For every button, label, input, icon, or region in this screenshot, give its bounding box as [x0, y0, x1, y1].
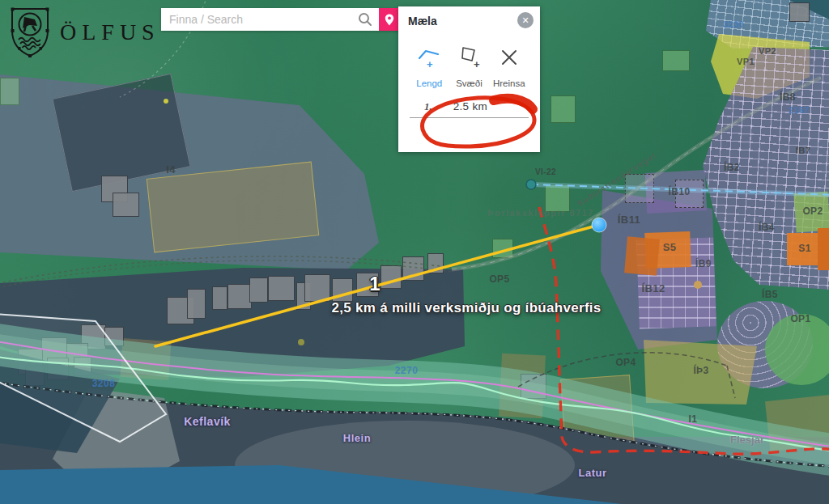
map-label--orl-ksklappir-8717: Þorláksklappir 8717: [487, 209, 594, 218]
olive-dot: [298, 339, 304, 345]
railway-dotted: [0, 256, 453, 285]
map-label--b2: ÍB2: [724, 163, 740, 172]
map-label-2167: 2167: [789, 106, 810, 115]
zone-square: [551, 95, 576, 123]
map-label-vi-22: VI-22: [535, 168, 556, 176]
zone-olive-a: [499, 354, 546, 419]
map-label-3230: 3230: [723, 20, 744, 29]
zone-s5-orange-2: [624, 236, 660, 275]
ocean: [0, 384, 829, 504]
zone-dark-parcel: [52, 74, 190, 193]
map-pin-icon: [385, 14, 394, 26]
brand-name: ÖLFUS: [60, 19, 160, 45]
building: [47, 358, 69, 380]
building: [332, 278, 353, 302]
magenta-line: [0, 341, 829, 447]
mint-line: [0, 356, 829, 451]
map-label--b4: ÍB4: [759, 222, 775, 232]
map-label--b7: ÍB7: [796, 146, 810, 155]
map-label-i4: I4: [166, 164, 176, 175]
building: [227, 284, 252, 309]
tool-clear[interactable]: Hreinsa: [490, 44, 529, 88]
map-label-op4: OP4: [615, 358, 636, 367]
building: [187, 289, 206, 319]
search-bar: [161, 8, 399, 31]
vi22-dot: [526, 180, 536, 189]
building: [66, 343, 88, 366]
zone-olive-c: [765, 395, 829, 451]
tool-area[interactable]: + Svæði: [449, 44, 489, 88]
building: [81, 324, 106, 349]
locate-pin-button[interactable]: [379, 8, 399, 31]
tan-dot: [694, 281, 702, 289]
coast-edge-dark: [0, 382, 829, 467]
building: [18, 349, 43, 375]
zone-square: [545, 184, 570, 212]
building: [296, 282, 311, 310]
clear-tool-icon: [497, 44, 521, 69]
building: [25, 366, 45, 386]
boundary-dashed: [518, 353, 735, 398]
building: [167, 297, 194, 324]
measure-tools: + Lengd + Svæði Hreinsa: [398, 33, 540, 88]
measure-panel: Mæla ✕ + Lengd + Svæði: [398, 6, 540, 152]
building: [41, 337, 67, 364]
building: [789, 2, 810, 22]
map-label-op5: OP5: [489, 274, 509, 284]
building: [74, 357, 91, 376]
map-label--b8: ÍB8: [780, 92, 796, 102]
search-icon[interactable]: [358, 12, 372, 27]
building: [249, 277, 268, 303]
zone-ib10: [645, 170, 708, 214]
map-label-hlein: Hlein: [343, 433, 371, 443]
building: [113, 193, 139, 217]
building: [427, 253, 444, 273]
measure-panel-title: Mæla: [408, 15, 437, 28]
tool-length[interactable]: + Lengd: [410, 44, 449, 88]
zone-square: [662, 50, 690, 71]
ocean-light-patch: [53, 388, 180, 504]
map-label-op1: OP1: [790, 314, 810, 324]
ocean-haze: [235, 421, 575, 504]
coast-edge-white: [0, 382, 829, 467]
svg-text:+: +: [427, 58, 433, 69]
map-label--b5: ÍB5: [762, 290, 778, 299]
tool-clear-label: Hreinsa: [490, 78, 529, 88]
zone-tan-parcel: [120, 338, 171, 380]
zone-op2: [793, 192, 829, 233]
building: [380, 265, 402, 289]
measurement-caption: 2,5 km á milli verksmiðju og íbúahverfis: [331, 300, 601, 316]
ocean-blue-wedge: [0, 465, 829, 504]
map-label--3: ÍÞ3: [693, 366, 708, 375]
search-input[interactable]: [161, 8, 379, 31]
red-dashed-boundary: [539, 207, 829, 454]
shore-band: [0, 344, 829, 455]
map-label-s1: S1: [798, 244, 810, 253]
map-label-vp1: VP1: [737, 57, 755, 66]
area-tool-icon: +: [457, 44, 482, 69]
building: [402, 256, 424, 281]
map-label--b10: ÍB10: [669, 187, 691, 197]
map-label--b11: ÍB11: [618, 214, 640, 225]
building: [521, 374, 546, 399]
map-label-keflav-k: Keflavík: [184, 416, 231, 427]
map-label-2270: 2270: [395, 366, 419, 375]
zone-green-square-edge: [0, 78, 19, 105]
close-icon[interactable]: ✕: [517, 12, 534, 28]
map-label--b9: ÍB9: [695, 259, 712, 269]
zone-square: [492, 239, 513, 258]
building: [104, 327, 124, 346]
tool-length-label: Lengd: [410, 78, 449, 88]
map-label-latur: Latur: [579, 468, 607, 478]
svg-text:+: +: [474, 58, 480, 69]
tool-area-label: Svæði: [449, 78, 489, 88]
zone-olive-parcel: [147, 162, 319, 253]
map-label--b12: ÍB12: [641, 283, 665, 294]
map-label-i1: I1: [689, 414, 698, 424]
building: [268, 276, 295, 301]
map-application: I4OP5VP1VP2ÍB82167ÍB7ÍB2ÍB10ÍB11S5ÍB9ÍB1…: [0, 0, 829, 504]
map-label-su-urstrandarvegur: Suðurstrandarvegur: [576, 151, 657, 209]
map-label-op2: OP2: [802, 206, 823, 216]
zone-ib9: [636, 237, 716, 328]
brand-logo: ÖLFUS: [8, 6, 160, 58]
